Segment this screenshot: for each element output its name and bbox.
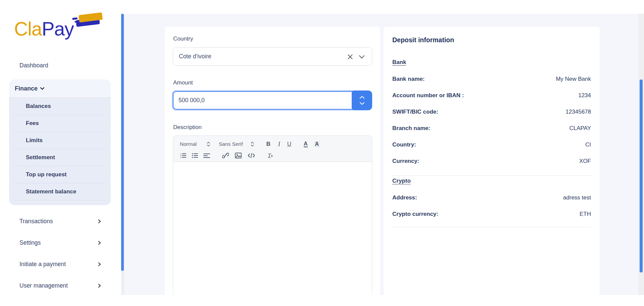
inner-scrollbar-thumb[interactable]: [121, 14, 124, 271]
align-button[interactable]: [203, 152, 210, 159]
finance-submenu: Balances Fees Limits Settlement Top up r…: [9, 98, 111, 205]
svg-text:3: 3: [180, 157, 181, 159]
sidebar-item-top-up-request[interactable]: Top up request: [15, 166, 105, 183]
row-label: Address:: [392, 194, 417, 201]
country-row: Country: CI: [392, 141, 591, 148]
clear-format-t: T: [268, 152, 271, 159]
country-select[interactable]: Cote d'ivoire: [173, 47, 372, 66]
row-value: 12345678: [565, 109, 591, 115]
row-value: adress test: [563, 194, 591, 201]
sidebar-item-fees[interactable]: Fees: [15, 115, 105, 132]
row-value: ETH: [580, 211, 591, 218]
branch-name-row: Branch name: CLAPAY: [392, 125, 591, 132]
clear-format-x: x: [271, 154, 273, 158]
amount-field-group: [173, 91, 372, 110]
sidebar-item-limits[interactable]: Limits: [15, 132, 105, 149]
swift-bic-row: SWIFT/BIC code: 12345678: [392, 108, 591, 116]
sidebar-item-label: Dashboard: [19, 62, 48, 69]
amount-label: Amount: [173, 79, 193, 86]
sidebar-item-finance[interactable]: Finance: [9, 79, 111, 98]
updown-caret-icon[interactable]: [207, 141, 210, 147]
background-color-button[interactable]: A: [314, 141, 320, 147]
sidebar-item-label: Transactions: [19, 218, 53, 225]
link-icon[interactable]: [222, 152, 229, 159]
bold-button[interactable]: B: [266, 141, 270, 147]
clapay-logo[interactable]: ClaPay: [14, 17, 105, 44]
text-color-button[interactable]: A: [304, 141, 308, 147]
clear-format-button[interactable]: Tx: [268, 152, 273, 159]
sidebar-item-settlement[interactable]: Settlement: [15, 149, 105, 166]
clear-icon[interactable]: [347, 54, 353, 60]
row-label: Crypto currency:: [392, 211, 438, 218]
sidebar: ClaPay Dashboard Finance Balances Fees L…: [0, 0, 119, 306]
crypto-section-heading: Crypto: [392, 178, 411, 184]
bank-section-heading: Bank: [392, 59, 406, 66]
updown-caret-icon[interactable]: [251, 141, 254, 147]
sidebar-item-balances[interactable]: Balances: [15, 98, 105, 115]
row-label: Branch name:: [392, 125, 430, 132]
sidebar-item-dashboard[interactable]: Dashboard: [19, 60, 102, 70]
row-value: XOF: [579, 158, 591, 165]
row-value: 1234: [578, 92, 591, 99]
row-label: Country:: [392, 141, 416, 148]
row-label: Account number or IBAN :: [392, 92, 464, 99]
submenu-label: Balances: [26, 103, 51, 110]
divider: [392, 227, 591, 227]
card-icon: [72, 11, 104, 29]
image-icon[interactable]: [235, 152, 242, 159]
code-button[interactable]: [248, 152, 255, 159]
sidebar-item-initiate-a-payment[interactable]: Initiate a payment: [19, 259, 102, 269]
bullet-list-button[interactable]: [192, 152, 198, 159]
font-family-select[interactable]: Sans Serif: [219, 141, 243, 147]
underline-button[interactable]: U: [287, 141, 291, 147]
divider: [392, 175, 591, 176]
chevron-up-icon[interactable]: [359, 96, 365, 99]
description-label: Description: [173, 124, 202, 131]
chevron-right-icon: [97, 262, 102, 266]
ordered-list-button[interactable]: 123: [180, 152, 186, 159]
amount-input[interactable]: [173, 91, 352, 110]
chevron-right-icon: [97, 284, 102, 288]
description-editor: Normal Sans Serif B I U A A 123: [173, 135, 372, 295]
row-label: Bank name:: [392, 76, 425, 82]
row-label: SWIFT/BIC code:: [392, 109, 438, 115]
submenu-label: Settlement: [26, 154, 55, 161]
sidebar-item-user-management[interactable]: User management: [19, 281, 102, 291]
submenu-label: Fees: [26, 120, 39, 127]
sidebar-finance-group: Finance Balances Fees Limits Settlement …: [9, 79, 111, 205]
finance-label: Finance: [15, 85, 38, 92]
sidebar-item-label: Settings: [19, 239, 41, 246]
sidebar-item-transactions[interactable]: Transactions: [19, 216, 102, 226]
clapay-logo-text: ClaPay: [14, 19, 74, 39]
description-textarea[interactable]: [173, 162, 372, 295]
deposit-form-card: Country Cote d'ivoire Amount Description…: [165, 27, 380, 295]
sidebar-item-label: User management: [19, 282, 68, 289]
logo-part-pay: Pay: [42, 18, 74, 40]
country-label: Country: [173, 36, 193, 42]
submenu-label: Limits: [26, 137, 43, 144]
amount-stepper[interactable]: [352, 90, 372, 110]
row-value: My New Bank: [556, 76, 591, 82]
sidebar-item-statement-balance[interactable]: Statement balance: [15, 183, 105, 200]
deposit-info-title: Deposit information: [392, 36, 454, 44]
deposit-information-card: Deposit information Bank Bank name: My N…: [384, 27, 600, 295]
currency-row: Currency: XOF: [392, 158, 591, 165]
logo-part-cla: Cla: [14, 18, 42, 40]
editor-toolbar: Normal Sans Serif B I U A A 123: [173, 136, 372, 162]
italic-button[interactable]: I: [278, 141, 280, 148]
submenu-label: Top up request: [26, 171, 67, 178]
page-scrollbar-thumb[interactable]: [640, 79, 643, 272]
row-value: CI: [585, 141, 591, 148]
sidebar-item-settings[interactable]: Settings: [19, 238, 102, 248]
submenu-label: Statement balance: [26, 188, 76, 195]
chevron-down-icon[interactable]: [359, 55, 365, 59]
chevron-down-icon[interactable]: [359, 102, 365, 105]
account-number-row: Account number or IBAN : 1234: [392, 92, 591, 99]
bank-name-row: Bank name: My New Bank: [392, 75, 591, 83]
chevron-right-icon: [97, 219, 102, 224]
row-value: CLAPAY: [569, 125, 591, 132]
row-label: Currency:: [392, 158, 419, 165]
paragraph-style-select[interactable]: Normal: [180, 141, 197, 147]
country-select-value: Cote d'ivoire: [179, 53, 211, 60]
chevron-right-icon: [97, 241, 102, 245]
